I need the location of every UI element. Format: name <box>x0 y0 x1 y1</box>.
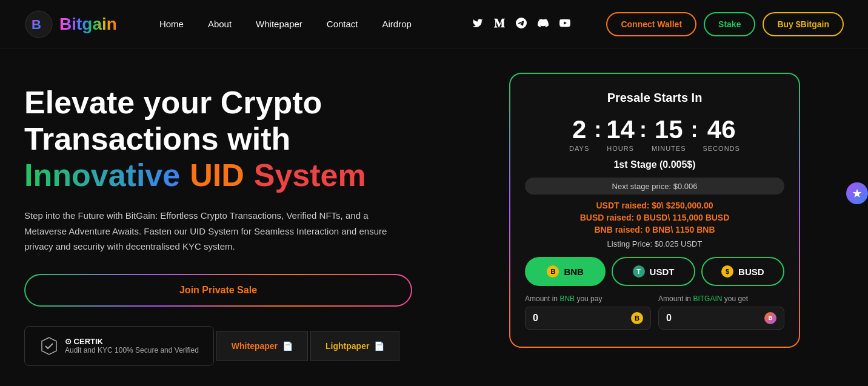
hero-title: Elevate your Crypto Transactions with In… <box>24 85 485 193</box>
presale-section: Presale Starts In 2 DAYS : 14 HOURS : 15… <box>509 73 800 386</box>
countdown-hours-value: 14 <box>606 117 635 142</box>
hero-title-line1: Elevate your Crypto <box>24 85 485 121</box>
nav-left: B Bitgain Home About Whitepaper Contact … <box>24 10 412 39</box>
hero-title-innovative: Innovative <box>24 158 180 194</box>
whitepaper-button[interactable]: Whitepaper 📄 <box>216 331 308 361</box>
nav-about[interactable]: About <box>208 19 232 29</box>
medium-icon[interactable] <box>494 18 505 31</box>
floating-help-button[interactable] <box>846 182 868 204</box>
lightpaper-icon: 📄 <box>374 341 384 351</box>
countdown-hours-label: HOURS <box>606 145 635 152</box>
navbar: B Bitgain Home About Whitepaper Contact … <box>0 0 868 48</box>
usdt-token-button[interactable]: T USDT <box>612 257 695 286</box>
main-content: Elevate your Crypto Transactions with In… <box>0 48 868 386</box>
countdown-minutes-label: MINUTES <box>652 145 686 152</box>
bitgain-input-icon: B <box>764 312 776 324</box>
bnb-currency-label: BNB <box>559 294 575 303</box>
nav-social <box>472 18 570 31</box>
countdown-colon-1: : <box>594 117 601 142</box>
connect-wallet-button[interactable]: Connect Wallet <box>606 12 696 36</box>
amount-bnb-field: Amount in BNB you pay B <box>525 294 651 330</box>
usdt-label: USDT <box>650 267 675 277</box>
countdown-minutes-value: 15 <box>652 117 686 142</box>
nav-airdrop[interactable]: Airdrop <box>382 19 412 29</box>
token-buttons: B BNB T USDT $ BUSD <box>525 257 784 286</box>
busd-coin-icon: $ <box>721 265 733 278</box>
amount-bitgain-label: Amount in BITGAIN you get <box>658 294 784 303</box>
countdown-minutes: 15 MINUTES <box>652 117 686 152</box>
countdown-days-value: 2 <box>569 117 589 142</box>
hero-title-uid: UID <box>190 158 244 194</box>
join-private-sale-button[interactable]: Join Private Sale <box>24 274 412 307</box>
presale-card: Presale Starts In 2 DAYS : 14 HOURS : 15… <box>509 73 800 348</box>
lightpaper-label: Lightpaper <box>326 341 369 351</box>
certik-logo-icon <box>39 336 59 356</box>
countdown-days: 2 DAYS <box>569 117 589 152</box>
hero-title-line3: Innovative UID System <box>24 158 485 194</box>
hero-title-line2: Transactions with <box>24 121 485 158</box>
usdt-coin-icon: T <box>633 265 645 278</box>
telegram-icon[interactable] <box>516 18 527 31</box>
amount-bitgain-field: Amount in BITGAIN you get B <box>658 294 784 330</box>
countdown: 2 DAYS : 14 HOURS : 15 MINUTES : 46 SECO… <box>525 117 784 152</box>
usdt-raised: USDT raised: $0\ $250,000.00 <box>525 201 784 210</box>
buy-bitgain-button[interactable]: Buy $Bitgain <box>763 12 844 36</box>
amount-bitgain-input[interactable] <box>666 313 760 324</box>
nav-contact[interactable]: Contact <box>327 19 358 29</box>
countdown-seconds-value: 46 <box>703 117 739 142</box>
nav-home[interactable]: Home <box>159 19 184 29</box>
countdown-days-label: DAYS <box>569 145 589 152</box>
whitepaper-label: Whitepaper <box>232 341 278 351</box>
sparkle-icon <box>852 188 863 199</box>
whitepaper-icon: 📄 <box>282 341 293 351</box>
svg-text:B: B <box>32 17 41 32</box>
busd-label: BUSD <box>738 267 764 277</box>
countdown-seconds: 46 SECONDS <box>703 117 739 152</box>
amount-bnb-input[interactable] <box>533 313 626 324</box>
raised-info: USDT raised: $0\ $250,000.00 BUSD raised… <box>525 201 784 248</box>
certik-info: ⊙ CERTIK Audit and KYC 100% Secure and V… <box>65 337 199 354</box>
twitter-icon[interactable] <box>472 18 483 31</box>
bnb-label: BNB <box>564 267 584 277</box>
hero-title-system: System <box>254 158 366 194</box>
bottom-bar: ⊙ CERTIK Audit and KYC 100% Secure and V… <box>24 326 485 366</box>
stage-text: 1st Stage (0.005$) <box>525 159 784 170</box>
nav-buttons: Connect Wallet Stake Buy $Bitgain <box>606 12 844 36</box>
stake-button[interactable]: Stake <box>704 12 755 36</box>
next-stage-label: Next stage price: $0.006 <box>612 182 698 191</box>
bnb-raised: BNB raised: 0 BNB\ 1150 BNB <box>525 225 784 235</box>
amount-bitgain-wrapper: B <box>658 307 784 330</box>
bnb-input-icon: B <box>631 312 643 324</box>
countdown-hours: 14 HOURS <box>606 117 635 152</box>
certik-badge: ⊙ CERTIK Audit and KYC 100% Secure and V… <box>24 326 214 366</box>
bitgain-currency-label: BITGAIN <box>693 294 722 303</box>
countdown-seconds-label: SECONDS <box>703 145 739 152</box>
bnb-token-button[interactable]: B BNB <box>525 257 606 286</box>
progress-bar: Next stage price: $0.006 <box>525 178 784 195</box>
certik-subtext: Audit and KYC 100% Secure and Verified <box>65 346 199 354</box>
bnb-coin-icon: B <box>547 265 559 278</box>
hero-description: Step into the Future with BitGain: Effor… <box>24 208 412 255</box>
brand-name: Bitgain <box>59 15 117 34</box>
countdown-colon-3: : <box>690 117 698 142</box>
presale-title: Presale Starts In <box>525 91 784 105</box>
amount-fields: Amount in BNB you pay B Amount in BITGAI… <box>525 294 784 330</box>
amount-bnb-label: Amount in BNB you pay <box>525 294 651 303</box>
countdown-colon-2: : <box>639 117 647 142</box>
busd-raised: BUSD raised: 0 BUSD\ 115,000 BUSD <box>525 213 784 222</box>
hero-section: Elevate your Crypto Transactions with In… <box>24 73 485 386</box>
nav-links: Home About Whitepaper Contact Airdrop <box>159 19 412 29</box>
discord-icon[interactable] <box>538 18 549 31</box>
lightpaper-button[interactable]: Lightpaper 📄 <box>310 331 399 361</box>
youtube-icon[interactable] <box>559 18 570 31</box>
listing-price: Listing Price: $0.025 USDT <box>525 239 784 248</box>
amount-bnb-wrapper: B <box>525 307 651 330</box>
logo-icon: B <box>24 10 53 39</box>
nav-whitepaper[interactable]: Whitepaper <box>256 19 302 29</box>
certik-label: ⊙ CERTIK <box>65 337 199 346</box>
busd-token-button[interactable]: $ BUSD <box>701 257 784 286</box>
